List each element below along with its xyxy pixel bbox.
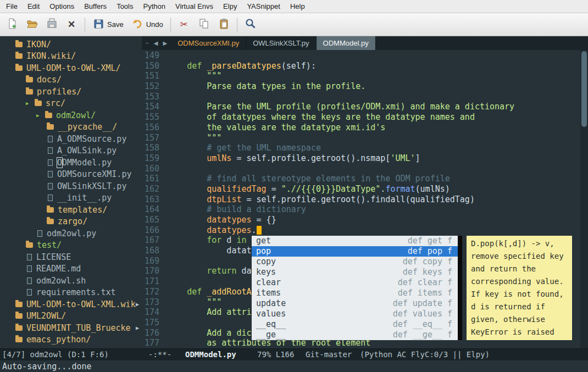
modeline-modified-flags: -:**- (148, 349, 171, 360)
completion-item-keys[interactable]: keysdef keys f (252, 267, 458, 277)
tree-item-ikon[interactable]: IKON/ (0, 38, 142, 51)
tree-item-readme.md[interactable]: README.md (0, 263, 142, 275)
tree-item-zargo[interactable]: zargo/ (0, 216, 142, 228)
tree-item-uml2owl[interactable]: UML2OWL/ (0, 310, 142, 323)
open-file-button[interactable] (23, 16, 41, 34)
tree-item-owlsinkxslt.py[interactable]: OWLSinkXSLT.py (0, 180, 142, 192)
tree-item-test[interactable]: test/ (0, 240, 142, 252)
folder-icon (26, 77, 33, 82)
code-line-159[interactable]: 159 umlNs = self.profile.getroot().nsmap… (142, 153, 588, 164)
completion-item-update[interactable]: updatedef update f (252, 298, 458, 309)
new-file-button[interactable] (3, 16, 21, 34)
code-line-156[interactable]: 156 the values are the datatype xmi.id's (142, 123, 588, 133)
tab-scroll-button[interactable]: ◀ (154, 40, 158, 46)
code-line-152[interactable]: 152 Parse data types in the profile. (142, 81, 588, 92)
tree-item-uml-odm-to-owl-xml.wik[interactable]: UML-ODM-to-OWL-XML.wik▶ (0, 298, 142, 310)
tree-item-a_odmsource.py[interactable]: A_ODMSource.py (0, 133, 142, 145)
tree-item-a_owlsink.py[interactable]: A_OWLSink.py (0, 145, 142, 157)
code-line-154[interactable]: 154 Parse the UML profile (profiles/ODM.… (142, 102, 588, 112)
tree-item-license[interactable]: LICENSE (0, 251, 142, 263)
tree-item-docs[interactable]: docs/ (0, 74, 142, 86)
tree-item-templates[interactable]: templates/ (0, 204, 142, 216)
tab-odmmodel.py[interactable]: ODMModel.py (317, 36, 376, 50)
tree-item-odmsourcexmi.py[interactable]: ODMSourceXMI.py (0, 169, 142, 181)
code-line-165[interactable]: 165 datatypes = {} (142, 215, 588, 225)
copy-button[interactable] (195, 16, 213, 34)
editor-buffer[interactable]: 149150 def _parseDatatypes(self):151 """… (142, 50, 588, 348)
tree-item-uml-odm-to-owl-xml[interactable]: UML-ODM-to-OWL-XML/ (0, 62, 142, 74)
file-tree[interactable]: IKON/IKON.wiki/UML-ODM-to-OWL-XML/docs/p… (0, 36, 142, 348)
menu-buffers[interactable]: Buffers (79, 0, 112, 13)
code-line-151[interactable]: 151 """ (142, 71, 588, 81)
tab-odmsourcexmi.py[interactable]: ODMSourceXMI.py (171, 36, 246, 50)
save-button[interactable]: Save (90, 16, 126, 34)
tree-item-odm2owl[interactable]: ▶odm2owl/ (0, 109, 142, 121)
tree-item-odm2owl.py[interactable]: odm2owl.py (0, 227, 142, 240)
completion-item-ge[interactable]: __ge__def __ge__ f (252, 330, 458, 340)
completion-item-clear[interactable]: cleardef clear f (252, 277, 458, 288)
modeline-position: 79% L166 (257, 349, 294, 360)
close-buffer-button[interactable]: ✕ (63, 16, 80, 34)
editor-column: −◀▶ ODMSourceXMI.pyOWLSinkXSLT.pyODMMode… (142, 36, 588, 348)
tab-owlsinkxslt.py[interactable]: OWLSinkXSLT.py (246, 36, 316, 50)
tree-item-__pycache__[interactable]: __pycache__/ (0, 121, 142, 134)
menu-virtual-envs[interactable]: Virtual Envs (170, 0, 218, 13)
tree-item-emacs_python[interactable]: emacs_python/ (0, 334, 142, 346)
dired-button[interactable] (43, 16, 60, 34)
code-line-157[interactable]: 157 """ (142, 133, 588, 143)
tree-item-requirements.txt[interactable]: requirements.txt (0, 287, 142, 299)
menu-yasnippet[interactable]: YASnippet (242, 0, 285, 13)
tree-item-src[interactable]: ▶src/ (0, 98, 142, 110)
code-line-161[interactable]: 161 # find all stereotype elements in th… (142, 174, 588, 184)
tree-item-veundmint_tub_bruecke[interactable]: VEUNDMINT_TUB_Bruecke▶ (0, 322, 142, 334)
menu-bar: FileEditOptionsBuffersToolsPythonVirtual… (0, 0, 588, 13)
editor-scrollbar[interactable] (580, 50, 588, 348)
completion-item-pop[interactable]: popdef pop f (252, 246, 458, 257)
line-number: 163 (142, 195, 159, 205)
code-line-150[interactable]: 150 def _parseDatatypes(self): (142, 61, 588, 71)
tab-scroll-button[interactable]: − (146, 40, 149, 46)
expand-arrow-icon[interactable]: ▶ (36, 113, 45, 118)
completion-item-copy[interactable]: copydef copy f (252, 257, 458, 267)
tree-item-odmmodel.py[interactable]: ODMModel.py (0, 157, 142, 169)
menu-tools[interactable]: Tools (112, 0, 138, 13)
code-line-163[interactable]: 163 dtpList = self.profile.getroot().fin… (142, 195, 588, 205)
code-line-164[interactable]: 164 # build a dictionary (142, 204, 588, 215)
code-line-149[interactable]: 149 (142, 51, 588, 61)
code-line-160[interactable]: 160 (142, 164, 588, 174)
code-line-153[interactable]: 153 (142, 92, 588, 102)
echo-area: Auto-saving...done (0, 360, 588, 372)
scrollbar-thumb[interactable] (581, 51, 587, 127)
menu-help[interactable]: Help (285, 0, 310, 13)
folder-icon (35, 101, 42, 106)
menu-options[interactable]: Options (45, 0, 79, 13)
completion-item-eq[interactable]: __eq__def __eq__ f (252, 319, 458, 330)
completion-item-get[interactable]: getdef get f (252, 236, 458, 246)
cut-button[interactable]: ✂ (175, 16, 193, 34)
paste-button[interactable] (215, 16, 232, 34)
code-line-162[interactable]: 162 qualifiedTag = ".//{{{0}}}DataType".… (142, 184, 588, 195)
completion-annotation: def values f (393, 309, 452, 319)
completion-item-items[interactable]: itemsdef items f (252, 288, 458, 298)
expand-arrow-icon[interactable]: ▶ (26, 101, 35, 106)
search-button[interactable] (242, 16, 259, 34)
menu-python[interactable]: Python (138, 0, 170, 13)
menu-elpy[interactable]: Elpy (218, 0, 242, 13)
code-line-155[interactable]: 155 of datatypes where the keys are the … (142, 112, 588, 123)
new-file-icon (6, 18, 18, 31)
code-line-158[interactable]: 158 # get the UML namespace (142, 143, 588, 153)
tree-item-ikon.wiki[interactable]: IKON.wiki/ (0, 51, 142, 63)
menu-file[interactable]: File (1, 0, 23, 13)
tab-scroll-button[interactable]: ▶ (163, 40, 168, 46)
tree-item-__init__.py[interactable]: __init__.py (0, 192, 142, 204)
undo-button[interactable]: Undo (129, 16, 166, 34)
toolbar-separator (237, 18, 237, 32)
completion-item-values[interactable]: valuesdef values f (252, 309, 458, 319)
code-line-166[interactable]: 166 datatypes. (142, 225, 588, 236)
line-text: # find all stereotype elements in the OD… (167, 174, 450, 184)
tree-item-odm2owl.sh[interactable]: odm2owl.sh (0, 275, 142, 287)
doc-line: remove specified key (471, 250, 568, 263)
tree-item-profiles[interactable]: profiles/ (0, 86, 142, 98)
menu-edit[interactable]: Edit (23, 0, 45, 13)
save-button-label: Save (107, 20, 124, 29)
